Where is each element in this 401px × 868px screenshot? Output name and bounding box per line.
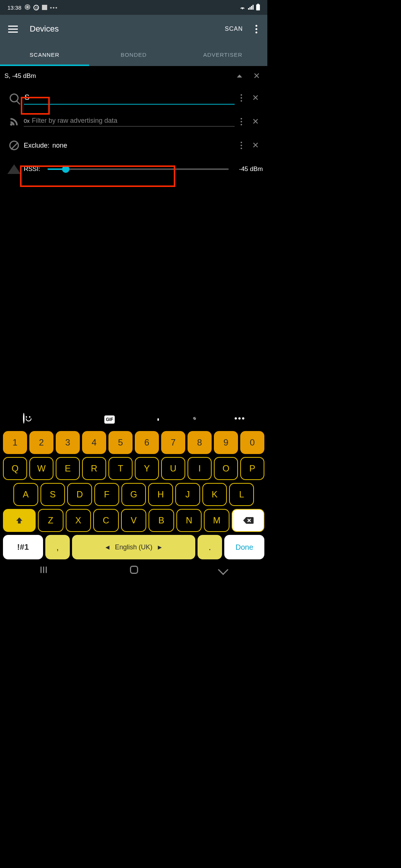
space-label: English (UK) (115, 543, 152, 551)
app-title: Devices (30, 24, 219, 34)
rssi-value: -45 dBm (233, 165, 263, 173)
key-n[interactable]: N (176, 509, 202, 532)
emoji-button[interactable] (23, 414, 25, 423)
rssi-slider[interactable] (48, 168, 229, 170)
key-p[interactable]: P (240, 457, 264, 480)
search-icon (4, 93, 24, 102)
keyboard-more-button[interactable] (235, 417, 244, 420)
menu-icon[interactable] (4, 26, 22, 33)
key-y[interactable]: Y (135, 457, 159, 480)
key-b[interactable]: B (149, 509, 174, 532)
key-q[interactable]: Q (3, 457, 27, 480)
keyboard-toolbar: GIF (3, 408, 264, 429)
key-d[interactable]: D (67, 483, 92, 506)
tab-advertiser[interactable]: ADVERTISER (178, 43, 267, 66)
tab-bonded[interactable]: BONDED (89, 43, 178, 66)
filter-name-clear-icon[interactable]: ✕ (248, 93, 263, 103)
key-3[interactable]: 3 (56, 431, 80, 454)
key-a[interactable]: A (13, 483, 38, 506)
exclude-value: none (52, 142, 67, 149)
keyboard-row-q: Q W E R T Y U I O P (3, 457, 264, 480)
key-6[interactable]: 6 (135, 431, 159, 454)
key-h[interactable]: H (148, 483, 173, 506)
filter-name-menu-icon[interactable] (235, 94, 248, 102)
key-e[interactable]: E (56, 457, 80, 480)
filter-name-row: ✕ (0, 86, 267, 110)
svg-rect-6 (256, 4, 260, 10)
key-k[interactable]: K (202, 483, 227, 506)
key-r[interactable]: R (82, 457, 106, 480)
collapse-icon[interactable] (237, 75, 242, 78)
key-space[interactable]: ◀ English (UK) ▶ (72, 535, 195, 559)
key-x[interactable]: X (66, 509, 91, 532)
filter-panel: ✕ 0x ✕ Exclude: none ✕ RSSI: (0, 85, 267, 188)
wifi-icon (239, 4, 246, 11)
key-2[interactable]: 2 (29, 431, 53, 454)
key-shift[interactable] (3, 509, 36, 532)
svg-rect-1 (248, 8, 249, 10)
filter-exclude-menu-icon[interactable] (235, 142, 248, 149)
key-l[interactable]: L (229, 483, 254, 506)
key-1[interactable]: 1 (3, 431, 27, 454)
svg-rect-4 (252, 5, 254, 10)
chrome-icon (33, 5, 39, 10)
filter-data-menu-icon[interactable] (235, 118, 248, 125)
key-5[interactable]: 5 (108, 431, 133, 454)
gif-button[interactable]: GIF (104, 414, 115, 423)
system-nav-bar (0, 561, 267, 579)
key-t[interactable]: T (108, 457, 133, 480)
key-j[interactable]: J (175, 483, 200, 506)
svg-rect-2 (250, 7, 251, 10)
next-language-icon: ▶ (158, 544, 162, 550)
svg-rect-3 (251, 6, 252, 10)
keyboard-row-numbers: 1 2 3 4 5 6 7 8 9 0 (3, 431, 264, 454)
key-7[interactable]: 7 (161, 431, 185, 454)
clear-all-filters-icon[interactable]: ✕ (250, 71, 263, 81)
prev-language-icon: ◀ (105, 544, 110, 550)
key-z[interactable]: Z (38, 509, 63, 532)
key-v[interactable]: V (121, 509, 147, 532)
key-u[interactable]: U (161, 457, 185, 480)
keyboard-row-bottom: !#1 , ◀ English (UK) ▶ . Done (3, 535, 264, 559)
filter-data-row: 0x ✕ (0, 110, 267, 134)
status-bar: 13:38 ••• (0, 0, 267, 15)
rssi-slider-thumb[interactable] (62, 165, 69, 173)
key-s[interactable]: S (40, 483, 65, 506)
filter-rssi-row: RSSI: -45 dBm (0, 157, 267, 181)
filter-data-clear-icon[interactable]: ✕ (248, 117, 263, 126)
filter-name-input[interactable] (24, 92, 235, 105)
tab-scanner[interactable]: SCANNER (0, 43, 89, 66)
signal-strength-icon (4, 164, 24, 174)
filter-summary-row[interactable]: S, -45 dBm ✕ (0, 66, 267, 85)
key-done[interactable]: Done (224, 535, 264, 559)
signal-icon (248, 4, 254, 11)
key-f[interactable]: F (94, 483, 119, 506)
key-i[interactable]: I (188, 457, 212, 480)
key-period[interactable]: . (198, 535, 222, 559)
key-w[interactable]: W (29, 457, 53, 480)
key-o[interactable]: O (214, 457, 238, 480)
key-8[interactable]: 8 (188, 431, 212, 454)
key-4[interactable]: 4 (82, 431, 106, 454)
scan-button[interactable]: SCAN (219, 26, 249, 32)
svg-point-7 (10, 123, 13, 126)
nav-back-button[interactable] (218, 565, 228, 575)
hex-prefix-label: 0x (24, 118, 30, 124)
app-bar: Devices SCAN SCANNER BONDED ADVERTISER (0, 15, 267, 66)
more-options-icon[interactable] (249, 25, 264, 33)
key-0[interactable]: 0 (240, 431, 264, 454)
key-9[interactable]: 9 (214, 431, 238, 454)
key-symbols[interactable]: !#1 (3, 535, 43, 559)
filter-data-input[interactable] (32, 117, 235, 125)
exclude-icon (4, 141, 24, 150)
key-backspace[interactable] (232, 509, 264, 532)
nav-home-button[interactable] (130, 566, 138, 574)
key-comma[interactable]: , (45, 535, 70, 559)
more-notifications-icon: ••• (50, 4, 58, 11)
key-m[interactable]: M (204, 509, 229, 532)
exclude-label: Exclude: (24, 142, 49, 149)
filter-exclude-clear-icon[interactable]: ✕ (248, 141, 263, 150)
key-g[interactable]: G (121, 483, 146, 506)
nav-recent-button[interactable] (40, 566, 49, 573)
key-c[interactable]: C (93, 509, 119, 532)
